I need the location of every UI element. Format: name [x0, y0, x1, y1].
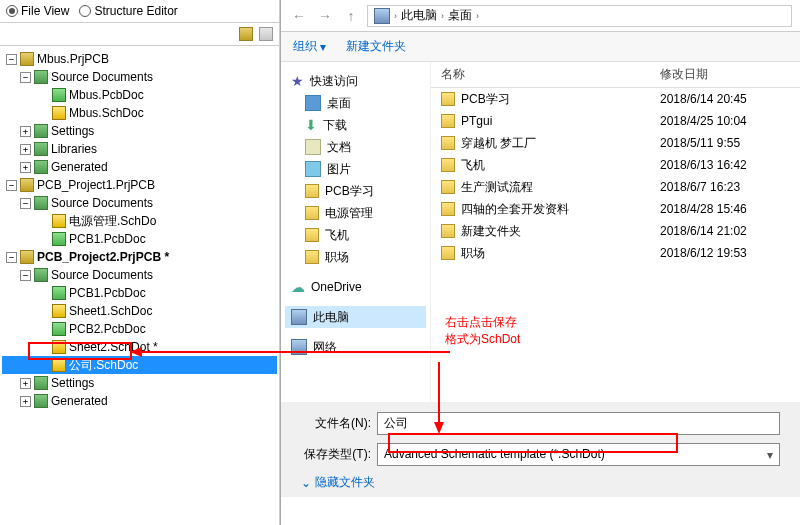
file-row[interactable]: 四轴的全套开发资料2018/4/28 15:46 — [431, 198, 800, 220]
command-bar: 组织 ▾ 新建文件夹 — [281, 32, 800, 62]
expand-icon[interactable]: + — [20, 396, 31, 407]
tree-pcb1-p2[interactable]: PCB1.PcbDoc — [2, 284, 277, 302]
nav-pcb-learn[interactable]: PCB学习 — [285, 180, 426, 202]
file-row[interactable]: 穿越机 梦工厂2018/5/11 9:55 — [431, 132, 800, 154]
expand-icon[interactable]: − — [20, 198, 31, 209]
tree-sheet1[interactable]: Sheet1.SchDoc — [2, 302, 277, 320]
tree-toolbar — [0, 23, 279, 46]
expand-icon[interactable]: − — [20, 270, 31, 281]
file-row[interactable]: 职场2018/6/12 19:53 — [431, 242, 800, 264]
folder-icon — [441, 158, 455, 172]
project-tree: −Mbus.PrjPCB −Source Documents Mbus.PcbD… — [0, 46, 279, 511]
tree-project2[interactable]: −PCB_Project2.PrjPCB * — [2, 248, 277, 266]
folder-icon — [305, 206, 319, 220]
nav-work[interactable]: 职场 — [285, 246, 426, 268]
nav-back-icon[interactable]: ← — [289, 6, 309, 26]
save-dialog: ← → ↑ › 此电脑 › 桌面 › 组织 ▾ 新建文件夹 ★快速访问 桌面 ⬇… — [280, 0, 800, 525]
tree-source-docs[interactable]: −Source Documents — [2, 68, 277, 86]
file-row[interactable]: PCB学习2018/6/14 20:45 — [431, 88, 800, 110]
filetype-label: 保存类型(T): — [301, 446, 371, 463]
expand-icon[interactable]: − — [6, 180, 17, 191]
nav-documents[interactable]: 文档 — [285, 136, 426, 158]
tree-pcb2[interactable]: PCB2.PcbDoc — [2, 320, 277, 338]
crumb-this-pc[interactable]: 此电脑 — [401, 7, 437, 24]
new-folder-button[interactable]: 新建文件夹 — [346, 38, 406, 55]
expand-icon[interactable]: − — [6, 54, 17, 65]
tree-psu-schdoc[interactable]: 电源管理.SchDo — [2, 212, 277, 230]
filename-input[interactable] — [377, 412, 780, 435]
nav-plane[interactable]: 飞机 — [285, 224, 426, 246]
file-name-label: 新建文件夹 — [461, 223, 521, 240]
tree-libraries[interactable]: +Libraries — [2, 140, 277, 158]
project-icon — [20, 178, 34, 192]
dialog-body: ★快速访问 桌面 ⬇下载 文档 图片 PCB学习 电源管理 飞机 职场 ☁One… — [281, 62, 800, 402]
toolbar-icon-2[interactable] — [259, 27, 273, 41]
pictures-icon — [305, 161, 321, 177]
tree-project1[interactable]: −PCB_Project1.PrjPCB — [2, 176, 277, 194]
pc-icon — [374, 8, 390, 24]
file-row[interactable]: PTgui2018/4/25 10:04 — [431, 110, 800, 132]
chevron-right-icon: › — [394, 11, 397, 21]
expand-icon[interactable]: + — [20, 126, 31, 137]
tree-sheet2[interactable]: Sheet2.SchDot * — [2, 338, 277, 356]
file-date-label: 2018/4/25 10:04 — [660, 114, 800, 128]
filetype-row: 保存类型(T): Advanced Schematic template (*.… — [301, 443, 780, 466]
expand-icon[interactable]: + — [20, 162, 31, 173]
expand-icon[interactable]: − — [20, 72, 31, 83]
file-row[interactable]: 生产测试流程2018/6/7 16:23 — [431, 176, 800, 198]
nav-quick-access[interactable]: ★快速访问 — [285, 70, 426, 92]
folder-icon — [34, 124, 48, 138]
organize-button[interactable]: 组织 ▾ — [293, 38, 326, 55]
nav-downloads[interactable]: ⬇下载 — [285, 114, 426, 136]
file-row[interactable]: 新建文件夹2018/6/14 21:02 — [431, 220, 800, 242]
folder-icon — [34, 70, 48, 84]
folder-icon — [34, 160, 48, 174]
nav-up-icon[interactable]: ↑ — [341, 6, 361, 26]
tree-generated[interactable]: +Generated — [2, 392, 277, 410]
nav-desktop[interactable]: 桌面 — [285, 92, 426, 114]
star-icon: ★ — [291, 73, 304, 89]
tree-settings[interactable]: +Settings — [2, 374, 277, 392]
tree-generated[interactable]: +Generated — [2, 158, 277, 176]
documents-icon — [305, 139, 321, 155]
folder-icon — [34, 394, 48, 408]
pcb-icon — [52, 88, 66, 102]
hide-folders-link[interactable]: ⌄隐藏文件夹 — [301, 474, 780, 491]
nav-psu[interactable]: 电源管理 — [285, 202, 426, 224]
file-list-header[interactable]: 名称 修改日期 — [431, 62, 800, 88]
sch-icon — [52, 214, 66, 228]
expand-icon[interactable]: − — [6, 252, 17, 263]
folder-icon — [441, 224, 455, 238]
filetype-combo[interactable]: Advanced Schematic template (*.SchDot) — [377, 443, 780, 466]
tree-settings[interactable]: +Settings — [2, 122, 277, 140]
download-icon: ⬇ — [305, 117, 317, 133]
tree-mbus-schdoc[interactable]: Mbus.SchDoc — [2, 104, 277, 122]
file-view-radio[interactable]: File View — [6, 4, 69, 18]
crumb-desktop[interactable]: 桌面 — [448, 7, 472, 24]
tree-source-docs[interactable]: −Source Documents — [2, 194, 277, 212]
structure-editor-radio[interactable]: Structure Editor — [79, 4, 177, 18]
tree-mbus-pcbdoc[interactable]: Mbus.PcbDoc — [2, 86, 277, 104]
tree-pcb1[interactable]: PCB1.PcbDoc — [2, 230, 277, 248]
cloud-icon: ☁ — [291, 279, 305, 295]
nav-this-pc[interactable]: 此电脑 — [285, 306, 426, 328]
expand-icon[interactable]: + — [20, 378, 31, 389]
file-date-label: 2018/5/11 9:55 — [660, 136, 800, 150]
tree-project-mbus[interactable]: −Mbus.PrjPCB — [2, 50, 277, 68]
tree-source-docs[interactable]: −Source Documents — [2, 266, 277, 284]
nav-network[interactable]: 网络 — [285, 336, 426, 358]
address-bar: ← → ↑ › 此电脑 › 桌面 › — [281, 0, 800, 32]
file-date-label: 2018/6/14 20:45 — [660, 92, 800, 106]
nav-onedrive[interactable]: ☁OneDrive — [285, 276, 426, 298]
tree-company-schdoc[interactable]: 公司.SchDoc — [2, 356, 277, 374]
address-path[interactable]: › 此电脑 › 桌面 › — [367, 5, 792, 27]
column-name[interactable]: 名称 — [431, 66, 660, 83]
filename-row: 文件名(N): — [301, 412, 780, 435]
nav-pictures[interactable]: 图片 — [285, 158, 426, 180]
file-row[interactable]: 飞机2018/6/13 16:42 — [431, 154, 800, 176]
folder-icon — [34, 268, 48, 282]
column-date[interactable]: 修改日期 — [660, 66, 800, 83]
expand-icon[interactable]: + — [20, 144, 31, 155]
nav-forward-icon[interactable]: → — [315, 6, 335, 26]
toolbar-icon-1[interactable] — [239, 27, 253, 41]
